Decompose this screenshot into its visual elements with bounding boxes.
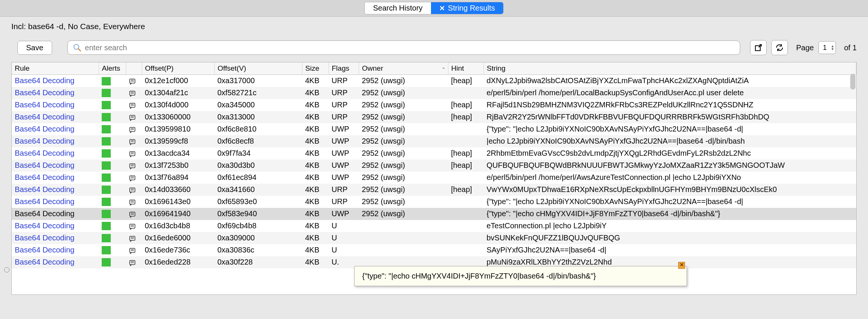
offset-p: 0x16ede736c <box>142 244 214 256</box>
hint: [heap] <box>448 184 484 196</box>
note-icon[interactable] <box>129 187 136 194</box>
table-row[interactable]: Base64 Decoding0x1304af21c0xf582721c4KBU… <box>12 87 856 99</box>
tab-group: Search History ✕ String Results <box>364 2 504 14</box>
size: 4KB <box>302 87 329 99</box>
note-icon[interactable] <box>129 90 136 97</box>
table-row[interactable]: Base64 Decoding0x1330600000xa3130004KBUR… <box>12 111 856 123</box>
flags: U <box>329 232 359 244</box>
close-icon[interactable]: ✕ <box>678 262 685 269</box>
note-icon[interactable] <box>129 223 136 230</box>
offset-v: 0xf69cb4b8 <box>214 220 302 232</box>
rule-link[interactable]: Base64 Decoding <box>15 185 74 194</box>
offset-v: 0xf6c8e810 <box>214 123 302 135</box>
rule-link[interactable]: Base64 Decoding <box>15 209 74 218</box>
rule-link[interactable]: Base64 Decoding <box>15 197 74 206</box>
rule-link[interactable]: Base64 Decoding <box>15 113 74 121</box>
note-icon[interactable] <box>129 114 136 121</box>
tab-label: Search History <box>373 4 423 12</box>
note-icon[interactable] <box>129 199 136 206</box>
rule-link[interactable]: Base64 Decoding <box>15 137 74 145</box>
rule-link[interactable]: Base64 Decoding <box>15 161 74 169</box>
col-alerts[interactable]: Alerts <box>99 62 126 75</box>
table-row[interactable]: Base64 Decoding0x14d0336600xa3416604KBUR… <box>12 184 856 196</box>
owner: 2952 (uwsgi) <box>359 111 448 123</box>
table-row[interactable]: Base64 Decoding0x16ede60000xa3090004KBU … <box>12 232 856 244</box>
table-row[interactable]: Base64 Decoding0x13acdca340x9f7fa344KBUW… <box>12 147 856 160</box>
rule-link[interactable]: Base64 Decoding <box>15 76 74 85</box>
alert-indicator <box>102 186 111 194</box>
search-input[interactable] <box>85 43 735 52</box>
note-icon[interactable] <box>129 163 136 169</box>
table-row[interactable]: Base64 Decoding0x139599cf80xf6c8ecf84KBU… <box>12 135 856 147</box>
offset-v: 0x9f7fa34 <box>214 147 302 160</box>
rule-link[interactable]: Base64 Decoding <box>15 101 74 109</box>
offset-v: 0xa341660 <box>214 184 302 196</box>
table-options-handle[interactable] <box>4 267 9 273</box>
flags: UWP <box>329 135 359 147</box>
note-icon[interactable] <box>129 211 136 218</box>
tab-search-history[interactable]: Search History <box>365 2 431 14</box>
note-icon[interactable] <box>129 102 136 109</box>
alert-indicator <box>102 210 111 218</box>
rule-link[interactable]: Base64 Decoding <box>15 88 74 97</box>
table-row[interactable]: Base64 Decoding0x13f7253b00xa30d3b04KBUW… <box>12 160 856 172</box>
offset-v: 0xa30d3b0 <box>214 160 302 172</box>
scrollbar-thumb[interactable] <box>850 74 856 90</box>
note-icon[interactable] <box>129 247 136 254</box>
rule-link[interactable]: Base64 Decoding <box>15 149 74 157</box>
alert-indicator <box>102 198 111 206</box>
note-icon[interactable] <box>129 150 136 157</box>
flags: UWP <box>329 123 359 135</box>
rule-link[interactable]: Base64 Decoding <box>15 125 74 133</box>
size: 4KB <box>302 160 329 172</box>
table-row[interactable]: Base64 Decoding0x1696143e00xf65893e04KBU… <box>12 196 856 208</box>
refresh-button[interactable] <box>771 40 788 55</box>
note-icon[interactable] <box>129 235 136 242</box>
search-field[interactable] <box>67 40 740 55</box>
tab-string-results[interactable]: ✕ String Results <box>431 2 504 14</box>
col-flags[interactable]: Flags <box>329 62 359 75</box>
owner: 2952 (uwsgi) <box>359 147 448 160</box>
col-offset-p[interactable]: Offset(P) <box>142 62 214 75</box>
flags: U <box>329 220 359 232</box>
note-icon[interactable] <box>129 78 136 85</box>
offset-v: 0xf583e940 <box>214 208 302 220</box>
table-row[interactable]: Base64 Decoding0x1696419400xf583e9404KBU… <box>12 208 856 220</box>
hint <box>448 232 484 244</box>
offset-p: 0x12e1cf000 <box>142 75 214 87</box>
col-owner[interactable]: Owner⌄ <box>359 62 448 75</box>
rule-link[interactable]: Base64 Decoding <box>15 173 74 181</box>
offset-p: 0x16ede6000 <box>142 232 214 244</box>
table-row[interactable]: Base64 Decoding0x130f4d0000xa3450004KBUR… <box>12 99 856 111</box>
results-table[interactable]: Rule Alerts Offset(P) Offset(V) Size Fla… <box>12 62 856 268</box>
table-row[interactable]: Base64 Decoding0x16ede736c0xa30836c4KBU … <box>12 244 856 256</box>
offset-p: 0x130f4d000 <box>142 99 214 111</box>
col-note[interactable] <box>126 62 142 75</box>
col-hint[interactable]: Hint <box>448 62 484 75</box>
save-button[interactable]: Save <box>17 41 52 55</box>
close-icon[interactable]: ✕ <box>439 4 445 12</box>
page-spinner[interactable]: 1 ▲▼ <box>818 41 836 54</box>
size: 4KB <box>302 232 329 244</box>
rule-link[interactable]: Base64 Decoding <box>15 221 74 230</box>
col-rule[interactable]: Rule <box>12 62 99 75</box>
col-size[interactable]: Size <box>302 62 329 75</box>
table-row[interactable]: Base64 Decoding0x13f76a8940xf61ec8944KBU… <box>12 172 856 184</box>
note-icon[interactable] <box>129 126 136 133</box>
rule-link[interactable]: Base64 Decoding <box>15 246 74 254</box>
table-row[interactable]: Base64 Decoding0x16d3cb4b80xf69cb4b84KBU… <box>12 220 856 232</box>
table-row[interactable]: Base64 Decoding0x12e1cf0000xa3170004KBUR… <box>12 75 856 87</box>
table-row[interactable]: Base64 Decoding0x1395998100xf6c8e8104KBU… <box>12 123 856 135</box>
alert-indicator <box>102 222 111 230</box>
owner <box>359 244 448 256</box>
note-icon[interactable] <box>129 259 136 266</box>
col-string[interactable]: String <box>484 62 856 75</box>
stepper-arrows[interactable]: ▲▼ <box>831 45 834 51</box>
col-offset-v[interactable]: Offset(V) <box>214 62 302 75</box>
export-button[interactable] <box>750 40 767 55</box>
note-icon[interactable] <box>129 138 136 145</box>
string: bvSUNKekFnQUFZZ1lBQUJvQUFBQG <box>484 232 856 244</box>
note-icon[interactable] <box>129 175 136 181</box>
rule-link[interactable]: Base64 Decoding <box>15 258 74 266</box>
rule-link[interactable]: Base64 Decoding <box>15 234 74 242</box>
